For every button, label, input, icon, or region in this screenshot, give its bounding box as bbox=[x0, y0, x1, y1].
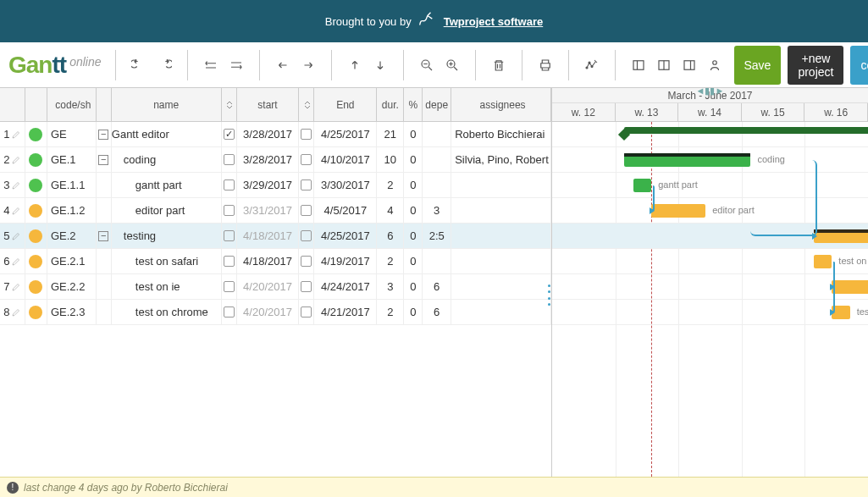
end-milestone-cell[interactable] bbox=[299, 224, 314, 248]
col-end[interactable]: End bbox=[314, 88, 377, 121]
gantt-row[interactable]: coding bbox=[552, 147, 868, 173]
end-cell[interactable]: 4/24/2017 bbox=[314, 274, 377, 299]
table-row[interactable]: 2GE.1−coding3/28/20174/10/2017100Silvia,… bbox=[0, 147, 551, 173]
expand-cell[interactable]: − bbox=[97, 147, 112, 172]
end-cell[interactable]: 4/19/2017 bbox=[314, 249, 377, 273]
pct-cell[interactable]: 0 bbox=[404, 249, 423, 273]
status-cell[interactable] bbox=[25, 224, 47, 248]
checkbox-icon[interactable] bbox=[301, 281, 312, 292]
checkbox-icon[interactable] bbox=[224, 230, 235, 241]
status-cell[interactable] bbox=[25, 198, 47, 223]
dep-cell[interactable] bbox=[423, 173, 451, 197]
col-pct[interactable]: % bbox=[404, 88, 423, 121]
expander-icon[interactable]: − bbox=[98, 231, 108, 241]
pct-cell[interactable]: 0 bbox=[404, 122, 423, 146]
start-milestone-cell[interactable] bbox=[222, 300, 237, 324]
expand-cell[interactable]: − bbox=[97, 122, 112, 146]
assignees-cell[interactable] bbox=[451, 300, 551, 324]
checkbox-icon[interactable] bbox=[301, 306, 312, 318]
start-milestone-cell[interactable] bbox=[222, 198, 237, 223]
status-cell[interactable] bbox=[25, 173, 47, 197]
checkbox-icon[interactable] bbox=[224, 306, 235, 318]
assignees-cell[interactable]: Silvia, Pino, Robert bbox=[451, 147, 551, 172]
end-milestone-cell[interactable] bbox=[299, 249, 314, 273]
save-button[interactable]: Save bbox=[734, 46, 782, 85]
col-dep[interactable]: depe bbox=[423, 88, 451, 121]
table-row[interactable]: 5GE.2−testing4/18/20174/25/2017602:5 bbox=[0, 224, 551, 249]
status-cell[interactable] bbox=[25, 147, 47, 172]
expand-cell[interactable] bbox=[97, 249, 112, 273]
start-cell[interactable]: 3/29/2017 bbox=[237, 173, 300, 197]
start-milestone-cell[interactable] bbox=[222, 274, 237, 299]
gantt-row[interactable]: test on safari bbox=[552, 249, 868, 274]
expand-cell[interactable] bbox=[97, 198, 112, 223]
dur-cell[interactable]: 10 bbox=[377, 147, 404, 172]
table-row[interactable]: 3GE.1.1gantt part3/29/20173/30/201720 bbox=[0, 173, 551, 198]
dur-cell[interactable]: 3 bbox=[377, 274, 404, 299]
assignees-cell[interactable] bbox=[451, 224, 551, 248]
gantt-bar[interactable] bbox=[651, 204, 705, 218]
gantt-bar[interactable] bbox=[633, 179, 651, 192]
pct-cell[interactable]: 0 bbox=[404, 300, 423, 324]
end-cell[interactable]: 4/10/2017 bbox=[314, 147, 377, 172]
status-cell[interactable] bbox=[25, 300, 47, 324]
insert-below-icon[interactable] bbox=[226, 55, 246, 75]
move-down-icon[interactable] bbox=[370, 55, 390, 75]
expand-cell[interactable] bbox=[97, 300, 112, 324]
col-name[interactable]: name bbox=[112, 88, 222, 121]
checkbox-icon[interactable] bbox=[224, 179, 235, 191]
dur-cell[interactable]: 2 bbox=[377, 249, 404, 273]
table-row[interactable]: 8GE.2.3test on chrome4/20/20174/21/20172… bbox=[0, 300, 551, 325]
start-cell[interactable]: 4/20/2017 bbox=[237, 300, 300, 324]
edit-icon[interactable] bbox=[11, 155, 21, 165]
end-cell[interactable]: 4/25/2017 bbox=[314, 224, 377, 248]
dep-cell[interactable]: 3 bbox=[423, 198, 451, 223]
insert-above-icon[interactable] bbox=[201, 55, 221, 75]
code-cell[interactable]: GE.2.1 bbox=[47, 249, 97, 273]
gantt-row[interactable]: gantt part bbox=[552, 173, 868, 198]
col-assignees[interactable]: assignees bbox=[451, 88, 551, 121]
expander-icon[interactable]: − bbox=[98, 130, 108, 140]
edit-icon[interactable] bbox=[11, 282, 21, 292]
pct-cell[interactable]: 0 bbox=[404, 173, 423, 197]
col-dur[interactable]: dur. bbox=[377, 88, 404, 121]
view-split-right-icon[interactable] bbox=[679, 55, 699, 75]
dur-cell[interactable]: 6 bbox=[377, 224, 404, 248]
end-cell[interactable]: 4/21/2017 bbox=[314, 300, 377, 324]
checkbox-icon[interactable] bbox=[224, 256, 235, 267]
col-code[interactable]: code/sh bbox=[47, 88, 97, 121]
start-cell[interactable]: 4/18/2017 bbox=[237, 249, 300, 273]
code-cell[interactable]: GE.2.2 bbox=[47, 274, 97, 299]
edit-icon[interactable] bbox=[11, 130, 21, 140]
edit-icon[interactable] bbox=[11, 307, 21, 318]
edit-icon[interactable] bbox=[11, 257, 21, 267]
zoom-out-icon[interactable] bbox=[417, 55, 437, 75]
end-cell[interactable]: 4/25/2017 bbox=[314, 122, 377, 146]
assignees-cell[interactable] bbox=[451, 274, 551, 299]
start-cell[interactable]: 3/31/2017 bbox=[237, 198, 300, 223]
name-cell[interactable]: gantt part bbox=[112, 173, 222, 197]
status-cell[interactable] bbox=[25, 122, 47, 146]
indent-icon[interactable] bbox=[298, 55, 318, 75]
start-milestone-cell[interactable] bbox=[222, 122, 237, 146]
checkbox-icon[interactable] bbox=[224, 129, 235, 140]
table-row[interactable]: 7GE.2.2test on ie4/20/20174/24/2017306 bbox=[0, 274, 551, 300]
start-cell[interactable]: 4/20/2017 bbox=[237, 274, 300, 299]
dep-cell[interactable]: 2:5 bbox=[423, 224, 451, 248]
end-cell[interactable]: 4/5/2017 bbox=[314, 198, 377, 223]
name-cell[interactable]: coding bbox=[112, 147, 222, 172]
expand-cell[interactable] bbox=[97, 173, 112, 197]
start-cell[interactable]: 4/18/2017 bbox=[237, 224, 300, 248]
checkbox-icon[interactable] bbox=[301, 256, 312, 267]
end-milestone-cell[interactable] bbox=[299, 274, 314, 299]
gantt-bar[interactable] bbox=[832, 280, 868, 294]
expand-cell[interactable] bbox=[97, 274, 112, 299]
expander-icon[interactable]: − bbox=[98, 155, 108, 165]
critical-path-icon[interactable] bbox=[582, 55, 602, 75]
name-cell[interactable]: test on safari bbox=[112, 249, 222, 273]
end-milestone-cell[interactable] bbox=[299, 147, 314, 172]
start-milestone-cell[interactable] bbox=[222, 249, 237, 273]
delete-icon[interactable] bbox=[489, 55, 509, 75]
gantt-scroll-handle[interactable]: ◄▮▮► bbox=[696, 86, 725, 97]
end-cell[interactable]: 3/30/2017 bbox=[314, 173, 377, 197]
